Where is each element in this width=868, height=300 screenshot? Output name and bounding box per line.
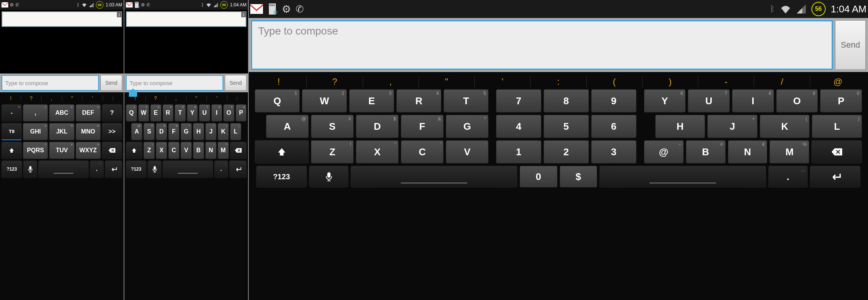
key-m[interactable]: M% <box>769 140 809 164</box>
recipient-field[interactable]: 1 <box>126 11 247 27</box>
backspace-key[interactable] <box>102 142 122 159</box>
mode-key[interactable]: ?123 <box>126 160 146 178</box>
shift-key[interactable] <box>126 142 142 159</box>
key-s[interactable]: S# <box>143 123 155 140</box>
key-k[interactable]: K( <box>760 115 810 138</box>
send-button[interactable]: Send <box>100 75 122 91</box>
key-f[interactable]: F& <box>401 115 444 138</box>
space-key-2[interactable] <box>599 166 766 188</box>
key-jkl[interactable]: JKL5 <box>49 123 74 140</box>
backspace-key[interactable] <box>811 140 862 164</box>
key-t[interactable]: T5 <box>444 89 489 112</box>
key-m[interactable]: M? <box>218 142 229 159</box>
period-key[interactable]: .… <box>768 166 808 188</box>
mic-key[interactable] <box>148 160 161 178</box>
key-ghi[interactable]: GHI4 <box>23 123 48 140</box>
enter-key[interactable] <box>810 166 861 188</box>
key-t9[interactable]: T9 <box>1 123 22 140</box>
key-o[interactable]: O9 <box>776 89 818 112</box>
key-3[interactable]: 3 <box>591 140 636 164</box>
key-y[interactable]: Y6 <box>644 89 686 112</box>
key--[interactable]: -0 <box>1 104 22 122</box>
mic-key[interactable] <box>23 160 37 178</box>
key-o[interactable]: O9 <box>223 104 235 122</box>
key-6[interactable]: 6 <box>591 115 636 138</box>
key-7[interactable]: 7 <box>496 89 541 112</box>
key-2[interactable]: 2 <box>544 140 589 164</box>
key-h[interactable]: H- <box>193 123 204 140</box>
key-r[interactable]: R4 <box>163 104 174 122</box>
enter-key[interactable] <box>105 160 122 178</box>
compose-input[interactable]: Type to compose <box>126 75 223 91</box>
key-z[interactable]: Z! <box>143 142 155 159</box>
space-key[interactable] <box>38 160 88 178</box>
recipient-field[interactable]: 1 <box>1 11 122 27</box>
key-n[interactable]: N€ <box>728 140 768 164</box>
key-u[interactable]: U7 <box>199 104 210 122</box>
key-1[interactable]: 1 <box>496 140 541 164</box>
period-key[interactable]: .… <box>214 160 228 178</box>
key-$[interactable]: $ <box>560 166 597 188</box>
key-d[interactable]: D$ <box>356 115 399 138</box>
space-key[interactable] <box>351 166 517 188</box>
key-z[interactable]: Z! <box>311 140 354 164</box>
key-q[interactable]: Q1 <box>255 89 300 112</box>
key-g[interactable]: G* <box>181 123 192 140</box>
key-r[interactable]: R4 <box>396 89 441 112</box>
key-p[interactable]: P0 <box>236 104 247 122</box>
key-j[interactable]: J+ <box>707 115 757 138</box>
key-y[interactable]: Y6 <box>187 104 198 122</box>
key-c[interactable]: C' <box>401 140 444 164</box>
period-key[interactable]: .… <box>90 160 104 178</box>
key->>[interactable]: >> <box>102 123 122 140</box>
key-tuv[interactable]: TUV8 <box>49 142 74 159</box>
key-v[interactable]: V: <box>446 140 489 164</box>
key-v[interactable]: V: <box>181 142 192 159</box>
key-@[interactable]: @~ <box>644 140 684 164</box>
key-p[interactable]: P0 <box>820 89 862 112</box>
key-l[interactable]: L) <box>812 115 862 138</box>
key-g[interactable]: G* <box>446 115 489 138</box>
key-i[interactable]: I8 <box>211 104 223 122</box>
key-9[interactable]: 9 <box>591 89 636 112</box>
key-wxyz[interactable]: WXYZ9 <box>76 142 101 159</box>
key-l[interactable]: L) <box>230 123 241 140</box>
shift-key[interactable] <box>1 142 22 159</box>
key-h[interactable]: H- <box>655 115 705 138</box>
shift-key[interactable] <box>255 140 309 164</box>
key-e[interactable]: E3 <box>349 89 394 112</box>
key-8[interactable]: 8 <box>544 89 589 112</box>
key-c[interactable]: C' <box>168 142 179 159</box>
key-abc[interactable]: ABC2 <box>49 104 74 122</box>
mode-key[interactable]: ?123 <box>1 160 22 178</box>
key-pqrs[interactable]: PQRS7 <box>23 142 48 159</box>
mic-key[interactable] <box>309 166 348 188</box>
key-4[interactable]: 4 <box>496 115 541 138</box>
mode-key[interactable]: ?123 <box>256 166 307 188</box>
space-key[interactable] <box>163 160 213 178</box>
compose-input[interactable]: Type to compose <box>1 75 99 91</box>
key-s[interactable]: S# <box>311 115 354 138</box>
key-,[interactable]: ,1 <box>23 104 48 122</box>
key-x[interactable]: X" <box>156 142 167 159</box>
key-e[interactable]: E3 <box>150 104 161 122</box>
key-a[interactable]: A@ <box>131 123 142 140</box>
key-w[interactable]: W2 <box>138 104 149 122</box>
compose-input[interactable]: Type to compose <box>251 20 833 70</box>
key-b[interactable]: B; <box>193 142 204 159</box>
backspace-key[interactable] <box>230 142 247 159</box>
key-j[interactable]: J+ <box>205 123 217 140</box>
key-t[interactable]: T5 <box>175 104 186 122</box>
key-5[interactable]: 5 <box>544 115 589 138</box>
key-n[interactable]: N/ <box>205 142 217 159</box>
send-button[interactable]: Send <box>835 20 866 70</box>
key-k[interactable]: K( <box>218 123 229 140</box>
key-b[interactable]: B# <box>686 140 726 164</box>
key-q[interactable]: Q1 <box>126 104 137 122</box>
send-button[interactable]: Send <box>225 75 247 91</box>
key-d[interactable]: D$ <box>156 123 167 140</box>
enter-key[interactable] <box>229 160 247 178</box>
key-u[interactable]: U7 <box>688 89 730 112</box>
cursor-handle-icon[interactable] <box>129 88 137 97</box>
key-i[interactable]: I8 <box>732 89 774 112</box>
